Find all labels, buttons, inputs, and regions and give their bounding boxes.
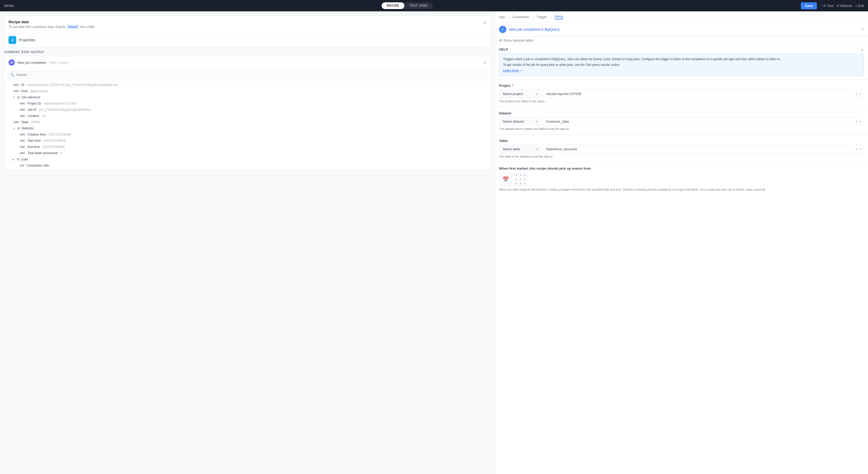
search-input[interactable] bbox=[16, 73, 485, 77]
close-button[interactable]: × bbox=[862, 27, 864, 32]
output-card-header: New job completed (Step 1 output) ∨ bbox=[4, 56, 490, 69]
nav-arrow-1: → bbox=[507, 15, 510, 19]
topbar: Demo RECIPE TEST JOBS Save ⟳ Test ↺ Refr… bbox=[0, 0, 868, 11]
tree-section: ABC ID named-reporter-237205:US.job_j7St… bbox=[4, 81, 490, 170]
when-started-label: When first started, this recipe should p… bbox=[499, 167, 864, 170]
recipe-data-subtitle: To use data from a previous step, drag i… bbox=[8, 25, 94, 29]
recipe-data-header: Recipe data To use data from a previous … bbox=[4, 16, 490, 33]
optional-fields-row: ⚙ Show optional fields bbox=[495, 36, 868, 45]
help-section: HELP ▲ Triggers when a job is completed … bbox=[495, 45, 868, 79]
tab-test-jobs[interactable]: TEST JOBS bbox=[404, 2, 433, 9]
grid-dot bbox=[524, 179, 525, 180]
right-header-title: New job completed in BigQuery bbox=[509, 27, 560, 32]
tree-item-statistics[interactable]: ▼ ⊞ Statistics bbox=[4, 125, 490, 131]
project-value-actions: × ▼ bbox=[855, 91, 862, 97]
recipe-data-card: Recipe data To use data from a previous … bbox=[4, 15, 491, 47]
topbar-actions: Save ⟳ Test ↺ Refresh × Exit bbox=[801, 2, 864, 9]
output-card-left: New job completed (Step 1 output) bbox=[8, 59, 68, 66]
table-clear-button[interactable]: × bbox=[855, 147, 858, 152]
right-panel: App → Connection → Trigger → Setup New j… bbox=[495, 11, 868, 474]
dataset-select-wrapper: Select dataset ▼ bbox=[499, 117, 540, 126]
dataset-select[interactable]: Select dataset bbox=[499, 117, 540, 126]
grid-dot bbox=[516, 175, 517, 176]
output-collapse-icon[interactable]: ∨ bbox=[483, 60, 486, 65]
project-value: named-reporter-237205 bbox=[545, 90, 855, 98]
tree-item-load[interactable]: ▶ ⊞ Load bbox=[4, 156, 490, 162]
grid-icon: ⊞ bbox=[17, 158, 20, 161]
project-hint: The project to be billed for the query. bbox=[499, 100, 864, 103]
nav-app[interactable]: App bbox=[499, 15, 505, 19]
refresh-icon: ↺ bbox=[836, 4, 839, 8]
tree-item-job-reference[interactable]: ▼ ⊞ Job reference bbox=[4, 94, 490, 100]
output-card-title: New job completed bbox=[17, 61, 46, 65]
help-toggle[interactable]: ▲ bbox=[861, 48, 864, 52]
help-text-1: Triggers when a job is completed in BigQ… bbox=[503, 57, 860, 62]
type-badge: ABC bbox=[19, 145, 26, 148]
type-badge: ABC bbox=[19, 108, 26, 111]
dataset-section: Dataset Select dataset ▼ Customer_data ×… bbox=[495, 107, 868, 135]
project-clear-button[interactable]: × bbox=[855, 91, 858, 97]
dataset-value: Customer_data bbox=[545, 117, 855, 126]
table-form-row: Select table ▼ Salesforce_accounts × ▼ bbox=[499, 145, 864, 154]
right-nav: App → Connection → Trigger → Setup bbox=[495, 11, 868, 23]
properties-label: Properties bbox=[19, 38, 35, 42]
datapill-badge: datapill bbox=[66, 25, 79, 29]
left-panel: Recipe data To use data from a previous … bbox=[0, 11, 495, 474]
help-header: HELP ▲ bbox=[499, 48, 864, 52]
table-select[interactable]: Select table bbox=[499, 145, 540, 154]
test-button[interactable]: ⟳ Test bbox=[823, 4, 833, 8]
nav-trigger[interactable]: Trigger bbox=[536, 15, 547, 19]
datetime-picker[interactable]: 📅 bbox=[499, 173, 512, 186]
tree-item[interactable]: ABC Project ID named-reporter-237205 bbox=[4, 100, 490, 107]
divider bbox=[820, 3, 820, 8]
dataset-value-wrapper: Customer_data × ▼ bbox=[542, 117, 864, 126]
tree-item[interactable]: ABC State DONE bbox=[4, 119, 490, 125]
collapse-icon[interactable]: ∧ bbox=[483, 20, 486, 25]
refresh-button[interactable]: ↺ Refresh bbox=[836, 4, 852, 8]
grid-icon: ⊞ bbox=[17, 96, 20, 99]
search-box: 🔍 bbox=[4, 69, 490, 81]
tree-item[interactable]: ABC Creation time 1597220748688 bbox=[4, 131, 490, 138]
grid-options[interactable] bbox=[514, 173, 527, 186]
type-badge: ABC bbox=[19, 151, 26, 155]
project-select[interactable]: Select project bbox=[499, 90, 540, 98]
dataset-clear-button[interactable]: × bbox=[855, 119, 858, 124]
grid-icon: ⊞ bbox=[17, 127, 20, 130]
nav-connection[interactable]: Connection bbox=[512, 15, 529, 19]
chevron-right-icon[interactable]: › bbox=[485, 38, 486, 42]
learn-more-link[interactable]: Learn more bbox=[503, 69, 519, 72]
tree-item[interactable]: ABC Job ID job_j7StXeAFGr6Iqyt0J1gIKqWAF… bbox=[4, 107, 490, 113]
tab-recipe[interactable]: RECIPE bbox=[381, 2, 404, 9]
test-icon: ⟳ bbox=[823, 4, 826, 8]
tree-item[interactable]: 123 Completion ratio bbox=[4, 162, 490, 169]
expand-icon: ▼ bbox=[13, 127, 15, 130]
optional-fields-link[interactable]: ⚙ Show optional fields bbox=[499, 38, 864, 42]
nav-setup[interactable]: Setup bbox=[554, 14, 563, 20]
properties-left: ☰ Properties bbox=[8, 36, 35, 44]
project-value-wrapper: named-reporter-237205 × ▼ bbox=[542, 90, 864, 98]
project-label: Project * bbox=[499, 83, 864, 88]
tree-item[interactable]: ABC Kind bigquery#job bbox=[4, 88, 490, 94]
tree-item[interactable]: ABC ID named-reporter-237205:US.job_j7St… bbox=[4, 82, 490, 88]
project-expand-button[interactable]: ▼ bbox=[859, 93, 862, 95]
dataset-expand-button[interactable]: ▼ bbox=[859, 120, 862, 123]
exit-button[interactable]: × Exit bbox=[855, 4, 864, 8]
output-card: New job completed (Step 1 output) ∨ 🔍 bbox=[4, 56, 491, 170]
tree-item[interactable]: ABC Total bytes processed 0 bbox=[4, 150, 490, 156]
required-marker: * bbox=[512, 83, 513, 88]
tree-item[interactable]: ABC End time 1597220749068 bbox=[4, 144, 490, 150]
tree-item[interactable]: ABC Location US bbox=[4, 113, 490, 119]
save-button[interactable]: Save bbox=[801, 2, 817, 9]
dataset-value-actions: × ▼ bbox=[855, 119, 862, 124]
table-section: Table Select table ▼ Salesforce_accounts… bbox=[495, 135, 868, 162]
type-badge: ABC bbox=[13, 90, 20, 93]
table-expand-button[interactable]: ▼ bbox=[859, 148, 862, 150]
exit-icon: × bbox=[855, 4, 858, 8]
properties-icon: ☰ bbox=[8, 36, 16, 44]
svg-point-1 bbox=[11, 62, 12, 63]
table-hint: The table of the dataset to load the dat… bbox=[499, 155, 864, 158]
table-value: Salesforce_accounts bbox=[545, 145, 855, 153]
recipe-data-info: Recipe data To use data from a previous … bbox=[8, 20, 94, 29]
tree-item[interactable]: ABC Start time 1597220749008 bbox=[4, 138, 490, 144]
when-started-hint: When you start recipe for the first time… bbox=[499, 188, 864, 191]
